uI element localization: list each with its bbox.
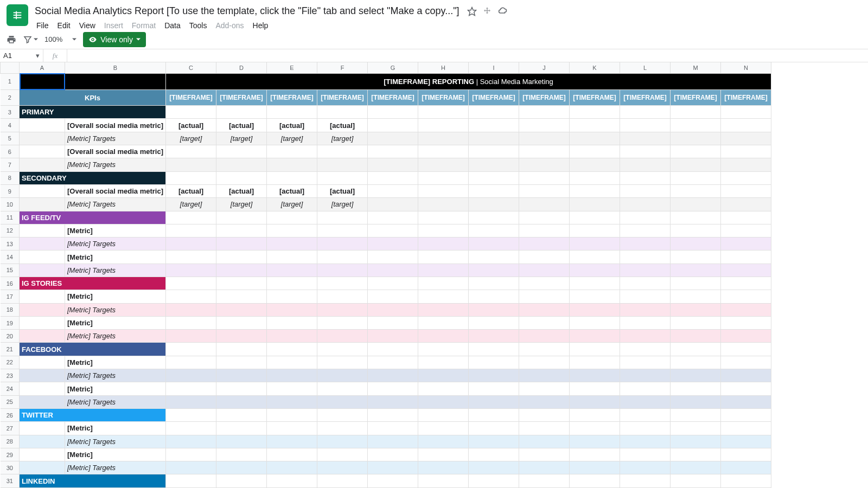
cell[interactable] [368, 198, 418, 211]
cell[interactable] [469, 132, 519, 145]
cell[interactable] [620, 408, 671, 421]
cell[interactable] [267, 448, 317, 461]
cell[interactable]: [target] [216, 198, 267, 211]
cell[interactable] [519, 330, 570, 343]
row-num[interactable]: 14 [1, 251, 20, 264]
cell[interactable] [418, 198, 469, 211]
cell[interactable] [469, 171, 519, 184]
cell[interactable] [267, 303, 317, 316]
cell[interactable] [469, 145, 519, 158]
cell[interactable] [20, 132, 65, 145]
cell[interactable] [620, 356, 671, 369]
cell[interactable] [469, 106, 519, 119]
name-box[interactable]: A1▾ [0, 49, 43, 62]
cell[interactable] [671, 158, 721, 171]
cell[interactable] [620, 277, 671, 290]
cell[interactable] [267, 171, 317, 184]
cell[interactable] [368, 106, 418, 119]
row-num[interactable]: 20 [1, 330, 20, 343]
cell[interactable] [368, 184, 418, 197]
cloud-icon[interactable] [497, 7, 507, 16]
timeframe-header[interactable]: [TIMEFRAME] [570, 90, 620, 106]
cell[interactable] [216, 343, 267, 356]
cell[interactable] [519, 224, 570, 237]
cell[interactable] [20, 382, 65, 395]
cell[interactable] [267, 106, 317, 119]
row-num[interactable]: 2 [1, 90, 20, 106]
cell[interactable] [570, 211, 620, 224]
cell[interactable] [317, 106, 368, 119]
cell[interactable] [519, 171, 570, 184]
cell[interactable] [570, 303, 620, 316]
cell[interactable] [620, 106, 671, 119]
cell[interactable] [570, 395, 620, 408]
cell[interactable] [216, 435, 267, 448]
cell[interactable] [620, 382, 671, 395]
row-num[interactable]: 1 [1, 73, 20, 90]
cell[interactable] [317, 369, 368, 382]
star-icon[interactable] [467, 7, 477, 16]
cell[interactable] [721, 356, 771, 369]
cell[interactable] [570, 277, 620, 290]
cell[interactable] [620, 171, 671, 184]
cell[interactable]: [target] [166, 198, 216, 211]
cell[interactable] [418, 356, 469, 369]
cell[interactable] [267, 369, 317, 382]
row-num[interactable]: 21 [1, 343, 20, 356]
cell[interactable] [317, 145, 368, 158]
timeframe-header[interactable]: [TIMEFRAME] [267, 90, 317, 106]
cell[interactable] [620, 237, 671, 251]
cell[interactable] [721, 184, 771, 197]
cell[interactable] [267, 356, 317, 369]
timeframe-header[interactable]: [TIMEFRAME] [418, 90, 469, 106]
cell[interactable] [671, 198, 721, 211]
cell[interactable] [418, 106, 469, 119]
cell[interactable] [368, 277, 418, 290]
cell[interactable] [418, 369, 469, 382]
cell[interactable] [671, 303, 721, 316]
cell[interactable] [519, 119, 570, 132]
cell[interactable] [20, 316, 65, 329]
metric-targets[interactable]: [Metric] Targets [65, 132, 166, 145]
cell[interactable] [519, 290, 570, 303]
cell[interactable] [317, 461, 368, 474]
cell[interactable] [721, 119, 771, 132]
cell[interactable] [216, 395, 267, 408]
cell[interactable] [267, 435, 317, 448]
cell[interactable] [469, 382, 519, 395]
cell[interactable] [418, 184, 469, 197]
row-num[interactable]: 24 [1, 382, 20, 395]
cell[interactable] [620, 461, 671, 474]
cell[interactable] [166, 145, 216, 158]
cell[interactable] [317, 343, 368, 356]
row-num[interactable]: 9 [1, 184, 20, 197]
timeframe-header[interactable]: [TIMEFRAME] [368, 90, 418, 106]
cell[interactable] [166, 316, 216, 329]
cell[interactable] [519, 264, 570, 277]
row-num[interactable]: 31 [1, 474, 20, 488]
cell[interactable] [267, 474, 317, 488]
cell[interactable] [418, 145, 469, 158]
cell[interactable] [267, 395, 317, 408]
row-num[interactable]: 5 [1, 132, 20, 145]
cell[interactable] [368, 251, 418, 264]
menu-edit[interactable]: Edit [54, 19, 74, 32]
cell[interactable] [469, 158, 519, 171]
cell[interactable] [721, 316, 771, 329]
cell[interactable] [519, 251, 570, 264]
cell[interactable] [166, 251, 216, 264]
cell[interactable] [368, 356, 418, 369]
cell[interactable] [469, 343, 519, 356]
cell[interactable] [216, 474, 267, 488]
cell[interactable] [317, 474, 368, 488]
section-linkedin[interactable]: LINKEDIN [20, 474, 166, 488]
cell[interactable] [216, 290, 267, 303]
cell[interactable] [570, 356, 620, 369]
cell[interactable] [65, 73, 166, 90]
cell[interactable] [721, 369, 771, 382]
cell[interactable] [368, 408, 418, 421]
cell[interactable] [317, 408, 368, 421]
cell[interactable] [368, 303, 418, 316]
cell[interactable]: [Metric] Targets [65, 435, 166, 448]
cell[interactable] [267, 158, 317, 171]
